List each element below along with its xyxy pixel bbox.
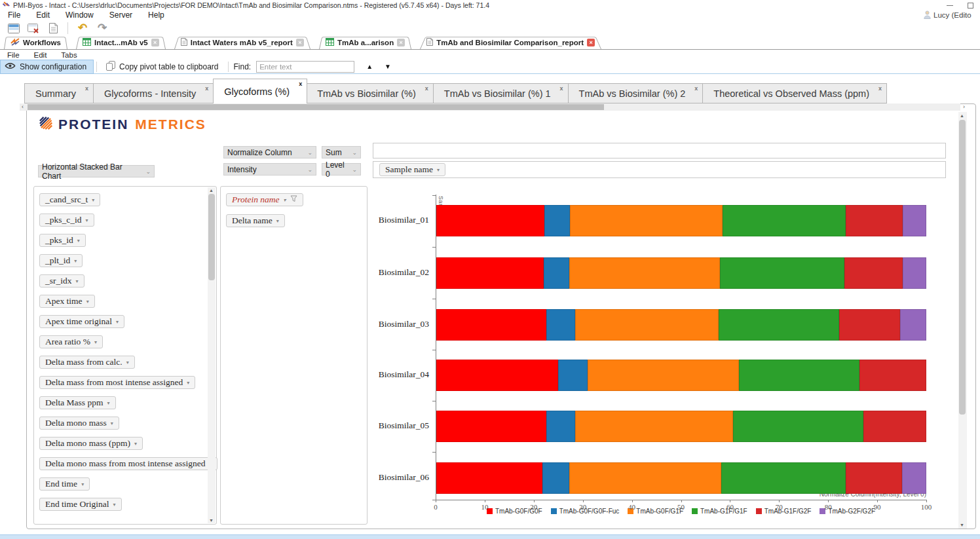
doc-tab[interactable]: Workflows [4, 36, 67, 49]
level-select[interactable]: Level 0⌄ [322, 163, 361, 176]
report-tab[interactable]: TmAb vs Biosimilar (%)x [307, 83, 434, 103]
close-icon[interactable]: x [299, 81, 302, 87]
doc-tab[interactable]: Intact...mAb v5× [76, 36, 166, 49]
chart-type-select[interactable]: Horizontal Stacked Bar Chart⌄ [38, 165, 155, 177]
field-chip[interactable]: End time Original▾ [39, 498, 122, 511]
field-chip[interactable]: _sr_idx▾ [39, 274, 85, 288]
eye-icon [5, 62, 16, 71]
open-workflow-icon[interactable] [7, 22, 21, 35]
close-icon[interactable]: x [425, 85, 428, 92]
chevron-down-icon: ▾ [81, 481, 84, 487]
chevron-down-icon: ▾ [86, 217, 88, 223]
copy-pivot-button[interactable]: Copy pivot table to clipboard [100, 61, 225, 73]
field-chip[interactable]: Delta Mass ppm▾ [39, 396, 116, 409]
bar-segment [575, 411, 732, 442]
menu-file[interactable]: File [0, 10, 28, 20]
field-chip[interactable]: End time▾ [39, 477, 90, 491]
close-icon[interactable]: x [85, 85, 88, 92]
bar-segment [542, 462, 569, 494]
chevron-down-icon: ▾ [77, 238, 80, 244]
menu-edit[interactable]: Edit [28, 10, 58, 20]
column-field-chip[interactable]: Sample name ▾ [379, 163, 445, 176]
legend-item: TmAb-G0F/G0F [487, 508, 542, 515]
menu-server[interactable]: Server [102, 10, 140, 20]
field-chip[interactable]: _pks_id▾ [39, 234, 86, 247]
report-tab[interactable]: Theoretical vs Observed Mass (ppm)x [703, 83, 887, 103]
close-icon[interactable]: × [151, 39, 159, 46]
normalize-select[interactable]: Normalize Column⌄ [223, 146, 316, 158]
scrollbar-thumb[interactable] [959, 120, 966, 415]
bar-segment [719, 309, 839, 341]
minimize-button[interactable] [947, 5, 953, 6]
filter-icon[interactable] [290, 195, 297, 205]
close-icon[interactable]: x [205, 85, 208, 92]
field-chip[interactable]: Area ratio %▾ [39, 335, 103, 348]
field-chip[interactable]: Delta mono mass▾ [39, 417, 119, 430]
field-chip[interactable]: _cand_src_t▾ [39, 193, 100, 206]
user-account-button[interactable]: Lucy (Edito [924, 10, 980, 20]
report-menu-tabs[interactable]: Tabs [54, 51, 84, 59]
redo-icon[interactable]: ↷ [95, 22, 109, 35]
fields-scrollbar[interactable]: ▲ ▼ [208, 187, 216, 523]
report-menu-file[interactable]: File [0, 51, 27, 59]
page-scrollbar[interactable]: ▲ ▼ [958, 112, 967, 529]
close-icon[interactable]: × [397, 39, 405, 46]
find-previous-button[interactable]: ▲ [366, 63, 373, 70]
field-chip[interactable]: _pks_c_id▾ [39, 214, 94, 227]
find-input[interactable] [256, 61, 354, 73]
legend-swatch [756, 508, 762, 514]
report-menu-edit[interactable]: Edit [27, 51, 54, 59]
close-icon[interactable]: x [694, 85, 698, 92]
menu-window[interactable]: Window [58, 10, 102, 20]
doc-tab[interactable]: TmAb a...arison× [319, 36, 411, 49]
field-chip[interactable]: Apex time▾ [39, 295, 95, 308]
field-chip[interactable]: _plt_id▾ [39, 254, 83, 267]
close-view-icon[interactable] [26, 22, 41, 35]
legend-item: TmAb-G2F/G2F [820, 508, 875, 515]
find-next-button[interactable]: ▼ [385, 63, 391, 70]
new-report-icon[interactable] [46, 22, 60, 35]
aggregate-select[interactable]: Sum⌄ [322, 146, 361, 158]
close-icon[interactable]: x [560, 85, 563, 92]
row-field-chip[interactable]: Delta name▾ [226, 214, 285, 227]
column-fields-dropzone[interactable] [373, 143, 946, 158]
close-icon[interactable]: x [878, 85, 882, 92]
bar-segment [436, 360, 558, 391]
close-icon[interactable]: × [587, 39, 595, 46]
field-chip[interactable]: Delta mass from calc.▾ [39, 356, 135, 369]
field-chip-label: _plt_id [45, 255, 70, 266]
column-field-label: Sample name [385, 164, 433, 175]
show-configuration-button[interactable]: Show configuration [0, 60, 94, 74]
maximize-button[interactable] [968, 3, 973, 9]
legend-swatch [551, 508, 557, 514]
report-tab[interactable]: Glycoforms (%)x [213, 79, 307, 103]
scrollbar-thumb[interactable] [208, 194, 215, 280]
title-bar: PMI-Byos - Intact - C:\Users\drluc\Docum… [0, 0, 980, 10]
report-tab[interactable]: TmAb vs Biosimilar (%) 2x [569, 83, 704, 103]
scroll-left-icon[interactable]: ‹ [22, 103, 24, 110]
doc-tab[interactable]: Intact Waters mAb v5_report× [174, 36, 311, 49]
field-chip-label: Area ratio % [45, 337, 90, 347]
report-tab[interactable]: TmAb vs Biosimilar (%) 1x [434, 83, 569, 103]
menu-help[interactable]: Help [140, 10, 172, 20]
report-tab[interactable]: Glycoforms - Intensityx [94, 83, 214, 103]
field-chip[interactable]: Delta mass from most intense assigned▾ [39, 376, 195, 389]
undo-icon[interactable]: ↶ [75, 22, 90, 35]
doc-tab[interactable]: TmAb and Biosimilar Comparison_report× [420, 36, 601, 49]
bar-segment [733, 411, 864, 442]
row-field-chip[interactable]: Protein name▾ [226, 193, 303, 206]
scroll-right-icon[interactable]: › [963, 103, 965, 110]
report-tab-label: Glycoforms - Intensity [104, 88, 196, 99]
report-tab[interactable]: Summaryx [24, 83, 94, 103]
scrollbar-thumb[interactable] [28, 104, 604, 110]
field-chip[interactable]: Delta mono mass (ppm)▾ [39, 437, 143, 450]
close-icon[interactable]: × [296, 39, 304, 46]
value-field-select-value: Intensity [227, 165, 257, 174]
value-field-select[interactable]: Intensity⌄ [223, 163, 316, 176]
tab-horizontal-scrollbar[interactable] [20, 103, 960, 111]
field-chip[interactable]: Apex time original▾ [39, 315, 124, 328]
x-axis-tick [632, 500, 633, 502]
doc-tab-label: TmAb and Biosimilar Comparison_report [436, 39, 584, 46]
x-tick-label: 100 [913, 503, 939, 511]
field-chip[interactable]: Delta mono mass from most intense assign… [39, 457, 217, 470]
